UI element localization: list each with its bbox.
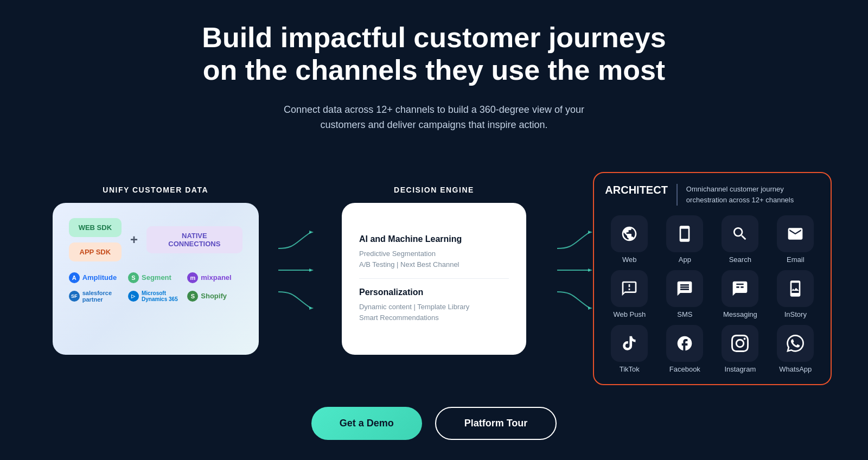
decision-label: DECISION ENGINE <box>394 186 474 194</box>
tiktok-label: TikTok <box>620 365 640 373</box>
salesforce-label: salesforce partner <box>82 290 124 303</box>
svg-marker-3 <box>588 231 592 234</box>
platform-tour-button[interactable]: Platform Tour <box>435 407 557 440</box>
architect-header: ARCHITECT Omnichannel customer journey o… <box>605 184 820 206</box>
channel-instagram: Instagram <box>716 325 764 373</box>
app-icon-box <box>666 215 703 252</box>
unify-box: WEB SDK APP SDK + NATIVECONNECTIONS A Am… <box>53 203 259 355</box>
instagram-icon-box <box>722 325 758 362</box>
webpush-icon-box <box>611 270 648 307</box>
sms-label: SMS <box>677 310 692 318</box>
shopify-integration: S Shopify <box>187 291 242 302</box>
search-icon <box>731 225 749 242</box>
whatsapp-icon-box <box>777 325 814 362</box>
architect-header-divider <box>676 184 678 206</box>
sms-icon-box <box>666 270 703 307</box>
channel-email: Email <box>771 215 820 264</box>
msdynamics-logo: ▷ <box>128 291 139 302</box>
unify-label: UNIFY CUSTOMER DATA <box>103 186 208 194</box>
mixpanel-integration: m mixpanel <box>187 272 242 283</box>
channels-grid: Web App Search <box>605 215 820 373</box>
web-icon-box <box>611 215 648 252</box>
channel-web: Web <box>605 215 654 264</box>
messaging-icon-box <box>722 270 758 307</box>
sdk-row: WEB SDK APP SDK + NATIVECONNECTIONS <box>69 218 242 261</box>
mixpanel-label: mixpanel <box>201 273 231 282</box>
architect-title: ARCHITECT <box>605 184 668 196</box>
svg-marker-5 <box>588 306 592 310</box>
app-label: App <box>679 255 691 264</box>
webpush-label: Web Push <box>613 310 646 318</box>
search-icon-box <box>722 215 758 252</box>
ai-section: AI and Machine Learning Predictive Segme… <box>359 226 509 278</box>
connector-2 <box>557 194 590 346</box>
svg-marker-0 <box>309 231 314 234</box>
tiktok-icon-box <box>611 325 648 362</box>
email-label: Email <box>787 255 805 264</box>
instory-icon-box <box>777 270 814 307</box>
page-subtitle: Connect data across 12+ channels to buil… <box>266 102 602 133</box>
ai-detail: Predictive SegmentationA/B Testing | Nex… <box>359 248 509 270</box>
integrations-grid: A Amplitude S Segment m mixpanel SF sale… <box>69 272 242 303</box>
unify-section: UNIFY CUSTOMER DATA WEB SDK APP SDK + NA… <box>33 186 278 355</box>
messaging-label: Messaging <box>723 310 757 318</box>
native-connections-badge: NATIVECONNECTIONS <box>146 226 242 253</box>
instagram-icon <box>731 335 749 352</box>
architect-section: ARCHITECT ARCHITECT Omnichannel customer… <box>590 155 835 385</box>
channel-whatsapp: WhatsApp <box>771 325 820 373</box>
svg-marker-4 <box>588 269 592 272</box>
web-sdk-badge: WEB SDK <box>69 218 122 237</box>
plus-sign: + <box>130 232 138 247</box>
svg-marker-2 <box>309 306 314 310</box>
search-label: Search <box>729 255 751 264</box>
web-icon <box>621 225 638 242</box>
mixpanel-logo: m <box>187 272 198 283</box>
personalization-section: Personalization Dynamic content | Templa… <box>359 278 509 331</box>
architect-description: Omnichannel customer journey orchestrati… <box>686 184 820 205</box>
salesforce-integration: SF salesforce partner <box>69 290 124 303</box>
facebook-label: Facebook <box>669 365 700 373</box>
connector-1 <box>278 194 311 346</box>
tiktok-icon <box>621 335 638 352</box>
salesforce-logo: SF <box>69 291 80 302</box>
facebook-icon <box>676 335 693 352</box>
segment-logo: S <box>128 272 139 283</box>
ai-title: AI and Machine Learning <box>359 234 509 244</box>
decision-section: DECISION ENGINE AI and Machine Learning … <box>311 186 557 355</box>
email-icon-box <box>777 215 814 252</box>
page-title: Build impactful customer journeys on the… <box>190 22 678 87</box>
decision-box: AI and Machine Learning Predictive Segme… <box>342 203 526 355</box>
svg-marker-1 <box>309 269 314 272</box>
shopify-label: Shopify <box>201 292 227 300</box>
messaging-icon <box>731 280 749 297</box>
instory-label: InStory <box>784 310 807 318</box>
channel-sms: SMS <box>660 270 709 318</box>
whatsapp-icon <box>787 335 804 352</box>
channel-app: App <box>660 215 709 264</box>
amplitude-label: Amplitude <box>82 273 117 282</box>
channel-instory: InStory <box>771 270 820 318</box>
amplitude-integration: A Amplitude <box>69 272 124 283</box>
instory-icon <box>787 280 804 297</box>
get-demo-button[interactable]: Get a Demo <box>311 407 422 440</box>
app-sdk-badge: APP SDK <box>69 242 122 261</box>
architect-wrapper: ARCHITECT Omnichannel customer journey o… <box>593 172 832 385</box>
app-icon <box>676 225 693 242</box>
diagram-row: UNIFY CUSTOMER DATA WEB SDK APP SDK + NA… <box>33 155 835 385</box>
channel-search: Search <box>716 215 764 264</box>
segment-integration: S Segment <box>128 272 183 283</box>
msdynamics-integration: ▷ Microsoft Dynamics 365 <box>128 290 183 302</box>
instagram-label: Instagram <box>724 365 756 373</box>
shopify-logo: S <box>187 291 198 302</box>
sms-icon <box>676 280 693 297</box>
personalization-title: Personalization <box>359 288 509 297</box>
channel-tiktok: TikTok <box>605 325 654 373</box>
buttons-row: Get a Demo Platform Tour <box>311 407 557 440</box>
amplitude-logo: A <box>69 272 80 283</box>
segment-label: Segment <box>142 273 171 282</box>
webpush-icon <box>621 280 638 297</box>
whatsapp-label: WhatsApp <box>779 365 812 373</box>
facebook-icon-box <box>666 325 703 362</box>
msdynamics-label: Microsoft Dynamics 365 <box>142 290 183 302</box>
channel-messaging: Messaging <box>716 270 764 318</box>
